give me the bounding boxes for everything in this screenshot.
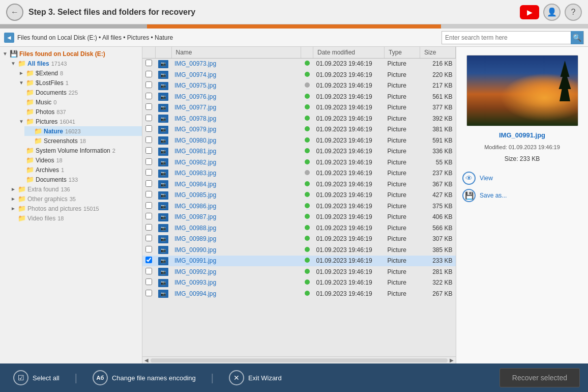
row-checkbox[interactable] xyxy=(142,256,155,267)
row-filename[interactable]: IMG_00976.jpg xyxy=(171,91,301,102)
row-filename[interactable]: IMG_00993.jpg xyxy=(171,277,301,289)
sidebar-item-videos[interactable]: 📁 Videos 18 xyxy=(16,155,142,165)
search-button[interactable]: 🔍 xyxy=(571,31,583,44)
row-checkbox[interactable] xyxy=(142,124,155,135)
recover-selected-button[interactable]: Recover selected xyxy=(499,368,580,387)
table-row[interactable]: 📷 IMG_00992.jpg 01.09.2023 19:46:19 Pict… xyxy=(142,266,456,277)
exit-wizard-button[interactable]: ✕ Exit Wizard xyxy=(224,367,287,388)
table-row[interactable]: 📷 IMG_00987.jpg 01.09.2023 19:46:19 Pict… xyxy=(142,212,456,223)
row-checkbox[interactable] xyxy=(142,91,155,102)
row-checkbox[interactable] xyxy=(142,288,155,299)
back-button[interactable]: ← xyxy=(6,4,23,21)
row-filename[interactable]: IMG_00975.jpg xyxy=(171,80,301,92)
sidebar-item-photospictures[interactable]: ► 📁 Photos and pictures 15015 xyxy=(8,204,142,213)
save-as-button[interactable]: 💾 Save as... xyxy=(462,189,507,202)
path-toggle-button[interactable]: ◄ xyxy=(4,33,14,43)
row-filename[interactable]: IMG_00988.jpg xyxy=(171,222,301,234)
sidebar-item-videofiles[interactable]: 📁 Video files 18 xyxy=(8,213,142,223)
table-row[interactable]: 📷 IMG_00990.jpg 01.09.2023 19:46:19 Pict… xyxy=(142,244,456,256)
row-checkbox[interactable] xyxy=(142,157,155,168)
row-checkbox[interactable] xyxy=(142,146,155,157)
row-checkbox[interactable] xyxy=(142,277,155,289)
horizontal-scrollbar[interactable]: ◀ ▶ xyxy=(142,356,456,363)
sidebar-item-othergraphics[interactable]: ► 📁 Other graphics 35 xyxy=(8,194,142,204)
scroll-left-arrow[interactable]: ◀ xyxy=(144,357,149,363)
table-row[interactable]: 📷 IMG_00980.jpg 01.09.2023 19:46:19 Pict… xyxy=(142,135,456,146)
col-header-name[interactable]: Name xyxy=(171,47,301,59)
sidebar-item-nature[interactable]: 📁 Nature 16023 xyxy=(24,126,142,136)
row-filename[interactable]: IMG_00977.jpg xyxy=(171,102,301,114)
sidebar-item-documents1[interactable]: 📁 Documents 225 xyxy=(16,88,142,97)
row-filename[interactable]: IMG_00991.jpg xyxy=(171,256,301,267)
help-button[interactable]: ? xyxy=(565,4,582,21)
search-input[interactable] xyxy=(442,34,571,41)
row-checkbox[interactable] xyxy=(142,212,155,223)
sidebar-item-screenshots[interactable]: 📁 Screenshots 18 xyxy=(24,136,142,146)
sidebar-item-lostfiles[interactable]: ▼ 📁 $LostFiles 1 xyxy=(16,78,142,88)
sidebar-item-archives[interactable]: 📁 Archives 1 xyxy=(16,165,142,175)
row-checkbox[interactable] xyxy=(142,244,155,256)
table-row[interactable]: 📷 IMG_00982.jpg 01.09.2023 19:46:19 Pict… xyxy=(142,157,456,168)
table-row[interactable]: 📷 IMG_00981.jpg 01.09.2023 19:46:19 Pict… xyxy=(142,146,456,157)
table-row[interactable]: 📷 IMG_00991.jpg 01.09.2023 19:46:19 Pict… xyxy=(142,256,456,267)
row-checkbox[interactable] xyxy=(142,102,155,114)
table-row[interactable]: 📷 IMG_00993.jpg 01.09.2023 19:46:19 Pict… xyxy=(142,277,456,289)
table-row[interactable]: 📷 IMG_00984.jpg 01.09.2023 19:46:19 Pict… xyxy=(142,179,456,190)
row-filename[interactable]: IMG_00994.jpg xyxy=(171,288,301,299)
row-checkbox[interactable] xyxy=(142,234,155,245)
row-filename[interactable]: IMG_00985.jpg xyxy=(171,190,301,201)
table-row[interactable]: 📷 IMG_00989.jpg 01.09.2023 19:46:19 Pict… xyxy=(142,234,456,245)
view-button[interactable]: 👁 View xyxy=(462,172,493,185)
scroll-track[interactable] xyxy=(151,358,448,362)
file-table-wrapper[interactable]: Name Date modified Type Size 📷 IMG_00973… xyxy=(142,47,456,356)
col-header-size[interactable]: Size xyxy=(420,47,456,59)
table-row[interactable]: 📷 IMG_00975.jpg 01.09.2023 19:46:19 Pict… xyxy=(142,80,456,92)
row-filename[interactable]: IMG_00980.jpg xyxy=(171,135,301,146)
select-all-button[interactable]: ☑ Select all xyxy=(8,367,65,388)
row-filename[interactable]: IMG_00978.jpg xyxy=(171,113,301,124)
col-header-date[interactable]: Date modified xyxy=(313,47,385,59)
sidebar-item-extrafound[interactable]: ► 📁 Extra found 136 xyxy=(8,184,142,194)
sidebar-item-music[interactable]: 📁 Music 0 xyxy=(16,97,142,107)
row-checkbox[interactable] xyxy=(142,266,155,277)
row-checkbox[interactable] xyxy=(142,179,155,190)
table-row[interactable]: 📷 IMG_00986.jpg 01.09.2023 19:46:19 Pict… xyxy=(142,201,456,212)
account-button[interactable]: 👤 xyxy=(543,4,561,21)
table-row[interactable]: 📷 IMG_00978.jpg 01.09.2023 19:46:19 Pict… xyxy=(142,113,456,124)
row-filename[interactable]: IMG_00974.jpg xyxy=(171,69,301,80)
table-row[interactable]: 📷 IMG_00983.jpg 01.09.2023 19:46:19 Pict… xyxy=(142,168,456,179)
sidebar-item-documents2[interactable]: 📁 Documents 133 xyxy=(16,175,142,184)
row-checkbox[interactable] xyxy=(142,59,155,70)
row-checkbox[interactable] xyxy=(142,201,155,212)
row-checkbox[interactable] xyxy=(142,69,155,80)
sidebar-item-extend[interactable]: ► 📁 $Extend 8 xyxy=(16,68,142,78)
table-row[interactable]: 📷 IMG_00994.jpg 01.09.2023 19:46:19 Pict… xyxy=(142,288,456,299)
row-filename[interactable]: IMG_00982.jpg xyxy=(171,157,301,168)
row-filename[interactable]: IMG_00981.jpg xyxy=(171,146,301,157)
sidebar-item-sysvolinfo[interactable]: 📁 System Volume Information 2 xyxy=(16,146,142,155)
col-header-type[interactable]: Type xyxy=(385,47,420,59)
table-row[interactable]: 📷 IMG_00974.jpg 01.09.2023 19:46:19 Pict… xyxy=(142,69,456,80)
row-checkbox[interactable] xyxy=(142,135,155,146)
scroll-right-arrow[interactable]: ▶ xyxy=(450,357,454,363)
row-checkbox[interactable] xyxy=(142,168,155,179)
table-row[interactable]: 📷 IMG_00988.jpg 01.09.2023 19:46:19 Pict… xyxy=(142,222,456,234)
row-filename[interactable]: IMG_00990.jpg xyxy=(171,244,301,256)
change-encoding-button[interactable]: Aб Change file names encoding xyxy=(87,367,201,388)
sidebar-item-root[interactable]: ▼ 💾 Files found on Local Disk (E:) xyxy=(0,49,142,59)
row-filename[interactable]: IMG_00984.jpg xyxy=(171,179,301,190)
row-filename[interactable]: IMG_00979.jpg xyxy=(171,124,301,135)
row-checkbox[interactable] xyxy=(142,80,155,92)
sidebar-item-photos[interactable]: 📁 Photos 837 xyxy=(16,107,142,117)
sidebar-item-pictures[interactable]: ▼ 📁 Pictures 16041 xyxy=(16,117,142,126)
row-filename[interactable]: IMG_00983.jpg xyxy=(171,168,301,179)
table-row[interactable]: 📷 IMG_00977.jpg 01.09.2023 19:46:19 Pict… xyxy=(142,102,456,114)
table-row[interactable]: 📷 IMG_00976.jpg 01.09.2023 19:46:19 Pict… xyxy=(142,91,456,102)
row-filename[interactable]: IMG_00987.jpg xyxy=(171,212,301,223)
row-filename[interactable]: IMG_00992.jpg xyxy=(171,266,301,277)
row-checkbox[interactable] xyxy=(142,113,155,124)
row-checkbox[interactable] xyxy=(142,222,155,234)
row-filename[interactable]: IMG_00986.jpg xyxy=(171,201,301,212)
table-row[interactable]: 📷 IMG_00979.jpg 01.09.2023 19:46:19 Pict… xyxy=(142,124,456,135)
table-row[interactable]: 📷 IMG_00973.jpg 01.09.2023 19:46:19 Pict… xyxy=(142,59,456,70)
